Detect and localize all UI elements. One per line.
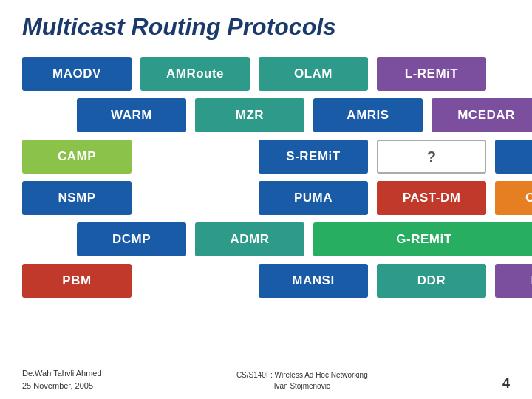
amris-box: AMRIS [313, 98, 423, 132]
mansi-box: MANSI [259, 264, 368, 298]
row-4: NSMP PUMA PAST-DM ODMRP [22, 181, 510, 215]
maodv-box: MAODV [22, 57, 132, 91]
odmrp-box: ODMRP [495, 181, 532, 215]
footer: De.Wah Tahvli Ahmed25 November, 2005 CS/… [22, 367, 510, 392]
amroute-box: AMRoute [140, 57, 250, 91]
dcmp-box: DCMP [77, 222, 186, 256]
sremit-box: S-REMiT [259, 140, 368, 174]
olam-box: OLAM [259, 57, 368, 91]
stmp-box: STMP [495, 140, 532, 174]
mcedar-box: MCEDAR [432, 98, 532, 132]
row-3: CAMP S-REMiT ? STMP [22, 140, 510, 174]
row-2: WARM MZR AMRIS MCEDAR [22, 98, 510, 132]
row-1: MAODV AMRoute OLAM L-REMiT [22, 57, 510, 91]
footer-author: De.Wah Tahvli Ahmed25 November, 2005 [22, 367, 102, 392]
page-title: Multicast Routing Protocols [22, 13, 510, 41]
camp-box: CAMP [22, 140, 132, 174]
footer-citation: CS/S140F: Wireless Ad Hoc NetworkingIvan… [236, 369, 368, 392]
question-box: ? [377, 140, 486, 174]
fgmp-box: FGMP [495, 264, 532, 298]
gremit-box: G-REMiT [313, 222, 532, 256]
ddr-box: DDR [377, 264, 486, 298]
mzr-box: MZR [195, 98, 304, 132]
pastdm-box: PAST-DM [377, 181, 486, 215]
lremit-box: L-REMiT [377, 57, 486, 91]
row-5: DCMP ADMR G-REMiT [22, 222, 510, 256]
pbm-box: PBM [22, 264, 132, 298]
admr-box: ADMR [195, 222, 304, 256]
row-6: PBM MANSI DDR FGMP [22, 264, 510, 298]
nsmp-box: NSMP [22, 181, 132, 215]
warm-box: WARM [77, 98, 186, 132]
puma-box: PUMA [259, 181, 368, 215]
footer-page: 4 [502, 376, 510, 392]
